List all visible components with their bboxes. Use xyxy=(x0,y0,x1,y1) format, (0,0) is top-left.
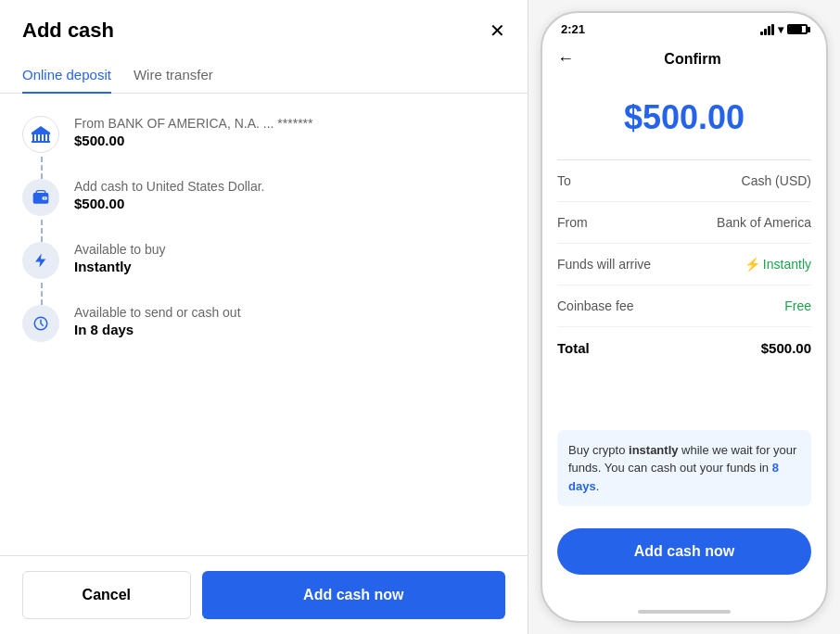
detail-row-to: To Cash (USD) xyxy=(557,160,811,202)
detail-row-fee: Coinbase fee Free xyxy=(557,285,811,327)
modal-footer: Cancel Add cash now xyxy=(0,555,528,634)
tabs-bar: Online deposit Wire transfer xyxy=(0,57,528,94)
step-wallet-text: Add cash to United States Dollar. $500.0… xyxy=(74,179,264,211)
detail-from-value: Bank of America xyxy=(717,215,811,230)
phone-footer: Add cash now xyxy=(542,517,826,593)
back-arrow-icon[interactable]: ← xyxy=(557,49,574,69)
lightning-icon-container xyxy=(22,242,59,279)
wallet-icon-container xyxy=(22,179,59,216)
modal-title: Add cash xyxy=(22,19,114,43)
detail-row-funds: Funds will arrive ⚡ Instantly xyxy=(557,244,811,285)
step-bank-value: $500.00 xyxy=(74,133,313,148)
step-lightning-text: Available to buy Instantly xyxy=(74,242,166,274)
step-clock-label: Available to send or cash out xyxy=(74,305,241,320)
step-wallet: Add cash to United States Dollar. $500.0… xyxy=(22,179,505,242)
tab-wire-transfer[interactable]: Wire transfer xyxy=(134,57,213,94)
close-button[interactable]: ✕ xyxy=(490,21,505,40)
right-panel: 2:21 ▾ ← Confirm $500.00 xyxy=(528,0,840,634)
detail-fee-value: Free xyxy=(784,298,811,313)
step-wallet-value: $500.00 xyxy=(74,196,264,211)
bank-icon-container xyxy=(22,116,59,153)
svg-rect-4 xyxy=(44,134,45,141)
step-lightning-label: Available to buy xyxy=(74,242,166,257)
content-area: From BANK OF AMERICA, N.A. ... ******* $… xyxy=(0,94,528,555)
step-bank-text: From BANK OF AMERICA, N.A. ... ******* $… xyxy=(74,116,313,148)
detail-total-value: $500.00 xyxy=(761,340,811,356)
amount-value: $500.00 xyxy=(624,98,745,136)
wallet-icon xyxy=(32,188,50,207)
step-lightning: Available to buy Instantly xyxy=(22,242,505,305)
detail-funds-value: ⚡ Instantly xyxy=(745,257,811,272)
detail-to-value: Cash (USD) xyxy=(742,173,811,188)
step-clock: Available to send or cash out In 8 days xyxy=(22,305,505,342)
svg-marker-7 xyxy=(32,126,50,133)
detail-total-label: Total xyxy=(557,340,590,356)
svg-point-10 xyxy=(44,197,45,199)
clock-icon xyxy=(32,315,49,332)
svg-rect-0 xyxy=(32,133,50,134)
phone-status-bar: 2:21 ▾ xyxy=(542,13,826,42)
detail-to-label: To xyxy=(557,173,571,188)
step-bank: From BANK OF AMERICA, N.A. ... ******* $… xyxy=(22,116,505,179)
info-box: Buy crypto instantly while we wait for y… xyxy=(557,430,811,507)
detail-funds-label: Funds will arrive xyxy=(557,257,651,272)
svg-rect-2 xyxy=(36,134,38,141)
clock-icon-container xyxy=(22,305,59,342)
step-clock-text: Available to send or cash out In 8 days xyxy=(74,305,241,337)
detail-row-total: Total $500.00 xyxy=(557,327,811,369)
tab-online-deposit[interactable]: Online deposit xyxy=(22,57,111,94)
left-panel: Add cash ✕ Online deposit Wire transfer xyxy=(0,0,528,634)
lightning-icon xyxy=(32,252,49,269)
detail-fee-label: Coinbase fee xyxy=(557,298,634,313)
detail-row-from: From Bank of America xyxy=(557,202,811,244)
status-time: 2:21 xyxy=(561,22,585,36)
modal-header: Add cash ✕ xyxy=(0,0,528,57)
phone-nav-title: Confirm xyxy=(574,51,811,68)
phone-nav: ← Confirm xyxy=(542,42,826,80)
phone-add-cash-button[interactable]: Add cash now xyxy=(557,528,811,575)
step-clock-value: In 8 days xyxy=(74,322,241,337)
home-indicator xyxy=(542,593,826,621)
step-lightning-value: Instantly xyxy=(74,259,166,274)
step-bank-label: From BANK OF AMERICA, N.A. ... ******* xyxy=(74,116,313,131)
info-text: Buy crypto instantly while we wait for y… xyxy=(568,443,796,493)
add-cash-button[interactable]: Add cash now xyxy=(202,571,505,619)
home-bar xyxy=(638,610,731,614)
step-wallet-label: Add cash to United States Dollar. xyxy=(74,179,264,194)
lightning-small-icon: ⚡ xyxy=(745,257,760,272)
wifi-icon: ▾ xyxy=(778,23,783,36)
cancel-button[interactable]: Cancel xyxy=(22,571,191,619)
details-list: To Cash (USD) From Bank of America Funds… xyxy=(542,160,826,419)
svg-rect-3 xyxy=(40,134,42,141)
status-icons: ▾ xyxy=(760,23,808,36)
svg-rect-5 xyxy=(47,134,49,141)
bank-icon xyxy=(30,123,52,146)
svg-rect-6 xyxy=(32,141,50,143)
step-list: From BANK OF AMERICA, N.A. ... ******* $… xyxy=(22,116,505,342)
amount-display: $500.00 xyxy=(542,80,826,159)
svg-rect-1 xyxy=(32,134,34,141)
phone-frame: 2:21 ▾ ← Confirm $500.00 xyxy=(541,11,828,623)
battery-icon xyxy=(787,24,808,34)
signal-icon xyxy=(760,24,774,35)
detail-from-label: From xyxy=(557,215,588,230)
